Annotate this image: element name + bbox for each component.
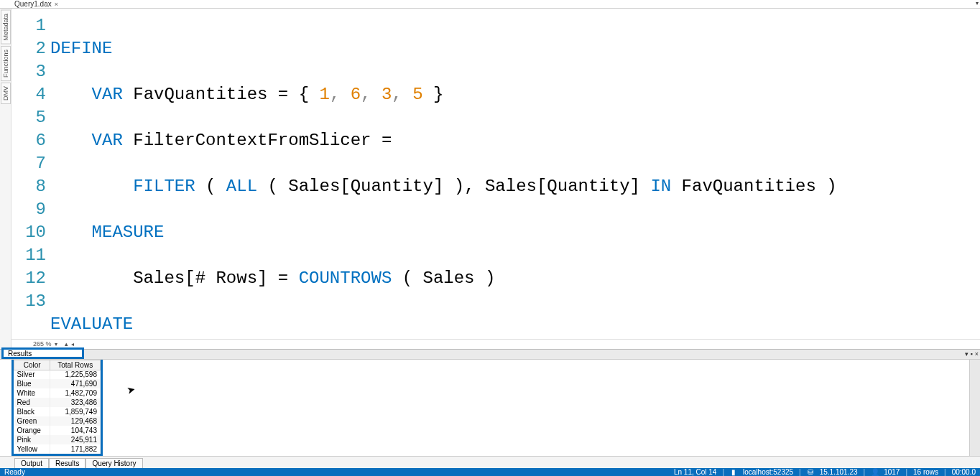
id: FavQuantities bbox=[133, 85, 267, 104]
num: 3 bbox=[382, 85, 392, 104]
fn-filter: FILTER bbox=[133, 177, 195, 196]
results-empty-area: ➤ bbox=[103, 360, 980, 457]
table-row[interactable]: Yellow171,882 bbox=[14, 444, 101, 454]
results-pane: Results ▾ ▪ × Color Total Rows Silver1,2… bbox=[0, 349, 980, 469]
side-tab-dmv[interactable]: DMV bbox=[1, 83, 11, 104]
cell-color: Blue bbox=[14, 379, 50, 388]
pin-icon[interactable]: ▪ bbox=[971, 350, 973, 358]
chevron-down-icon[interactable]: ▾ bbox=[55, 341, 57, 347]
side-tab-functions[interactable]: Functions bbox=[1, 46, 11, 81]
tab-results[interactable]: Results bbox=[49, 458, 85, 468]
cell-color: Orange bbox=[14, 426, 50, 435]
kw-evaluate: EVALUATE bbox=[50, 314, 133, 334]
results-header: Results ▾ ▪ × bbox=[0, 350, 980, 360]
results-title: Results bbox=[1, 347, 84, 359]
editor: 1 2 3 4 5 6 7 8 9 10 11 12 13 DEFINE VAR… bbox=[11, 9, 980, 349]
cell-total-rows: 1,859,749 bbox=[50, 407, 101, 416]
line-number: 3 bbox=[11, 60, 46, 83]
cell-total-rows: 245,911 bbox=[50, 435, 101, 444]
dropdown-icon[interactable]: ▾ bbox=[965, 350, 969, 358]
kw-measure: MEASURE bbox=[92, 223, 165, 242]
id: FilterContextFromSlicer bbox=[133, 131, 371, 150]
user-icon: 👤 bbox=[871, 468, 878, 476]
line-number: 13 bbox=[11, 290, 46, 313]
status-server: localhost:52325 bbox=[743, 468, 793, 476]
table-row[interactable]: White1,482,709 bbox=[14, 388, 101, 398]
main-area: Metadata Functions DMV 1 2 3 4 5 6 7 8 9… bbox=[0, 9, 980, 349]
op: } bbox=[423, 85, 444, 104]
tab-output[interactable]: Output bbox=[14, 458, 49, 468]
cell-total-rows: 129,468 bbox=[50, 416, 101, 426]
cell-color: White bbox=[14, 388, 50, 398]
num: 6 bbox=[351, 85, 361, 104]
num: 5 bbox=[412, 85, 422, 104]
zoom-value[interactable]: 265 % bbox=[33, 340, 52, 347]
cell-color: Silver bbox=[14, 370, 50, 379]
code-editor[interactable]: 1 2 3 4 5 6 7 8 9 10 11 12 13 DEFINE VAR… bbox=[11, 9, 980, 339]
server-icon: ▮ bbox=[730, 468, 737, 476]
code-body[interactable]: DEFINE VAR FavQuantities = { 1, 6, 3, 5 … bbox=[50, 9, 980, 339]
line-number: 4 bbox=[11, 83, 46, 106]
results-grid[interactable]: Color Total Rows Silver1,225,598Blue471,… bbox=[11, 360, 103, 457]
cell-total-rows: 104,743 bbox=[50, 426, 101, 435]
args: ( Sales ) bbox=[392, 269, 495, 288]
table-row[interactable]: Red323,486 bbox=[14, 398, 101, 407]
line-number: 6 bbox=[11, 129, 46, 152]
table-row[interactable]: Silver1,225,598 bbox=[14, 370, 101, 379]
statusbar: Ready Ln 11, Col 14 | ▮ localhost:52325 … bbox=[0, 468, 980, 476]
id: Sales[# Rows] = bbox=[133, 269, 298, 288]
chevron-left-icon[interactable]: ◂ bbox=[71, 341, 74, 347]
side-tabs: Metadata Functions DMV bbox=[0, 9, 11, 349]
op: = bbox=[371, 131, 392, 150]
cell-total-rows: 471,690 bbox=[50, 379, 101, 388]
table-row[interactable]: Blue471,690 bbox=[14, 379, 101, 388]
line-gutter: 1 2 3 4 5 6 7 8 9 10 11 12 13 bbox=[11, 9, 50, 339]
status-rows: 16 rows bbox=[913, 468, 938, 476]
line-number: 5 bbox=[11, 106, 46, 129]
column-header[interactable]: Total Rows bbox=[50, 360, 101, 370]
db-icon: ⛁ bbox=[807, 468, 814, 476]
table-row[interactable]: Pink245,911 bbox=[14, 435, 101, 444]
side-tab-metadata[interactable]: Metadata bbox=[1, 10, 11, 45]
kw-var: VAR bbox=[92, 85, 123, 104]
column-header[interactable]: Color bbox=[14, 360, 50, 370]
fn-countrows: COUNTROWS bbox=[299, 269, 392, 288]
tab-dropdown-icon[interactable]: ▾ bbox=[976, 0, 979, 6]
args: FavQuantities ) bbox=[671, 177, 836, 196]
table-row[interactable]: Green129,468 bbox=[14, 416, 101, 426]
kw-var: VAR bbox=[92, 131, 123, 150]
cell-total-rows: 323,486 bbox=[50, 398, 101, 407]
line-number: 12 bbox=[11, 267, 46, 290]
line-number: 11 bbox=[11, 244, 46, 267]
args: ( Sales[Quantity] ), Sales[Quantity] bbox=[257, 177, 650, 196]
cell-color: Red bbox=[14, 398, 50, 407]
kw-in: IN bbox=[650, 177, 671, 196]
cursor-icon: ➤ bbox=[126, 383, 137, 396]
close-icon[interactable]: × bbox=[55, 1, 58, 8]
cell-color: Green bbox=[14, 416, 50, 426]
table-row[interactable]: Black1,859,749 bbox=[14, 407, 101, 416]
status-ready: Ready bbox=[4, 468, 25, 476]
op: = { bbox=[267, 85, 319, 104]
cell-color: Pink bbox=[14, 435, 50, 444]
line-number: 8 bbox=[11, 175, 46, 198]
cell-color: Black bbox=[14, 407, 50, 416]
status-time: 00:00.0 bbox=[952, 468, 976, 476]
num: 1 bbox=[319, 85, 329, 104]
table-row[interactable]: Orange104,743 bbox=[14, 426, 101, 435]
bottom-tabs: Output Results Query History bbox=[0, 456, 980, 468]
cell-total-rows: 1,482,709 bbox=[50, 388, 101, 398]
kw-define: DEFINE bbox=[50, 39, 112, 58]
tab-query-history[interactable]: Query History bbox=[85, 458, 142, 468]
document-tab[interactable]: Query1.dax × bbox=[11, 0, 61, 8]
status-users: 1017 bbox=[884, 468, 900, 476]
status-version: 15.1.101.23 bbox=[820, 468, 858, 476]
close-icon[interactable]: × bbox=[975, 350, 979, 358]
zoom-bar: 265 % ▾ ▴ ◂ bbox=[11, 339, 980, 349]
cell-total-rows: 1,225,598 bbox=[50, 370, 101, 379]
line-number: 7 bbox=[11, 152, 46, 175]
cell-color: Yellow bbox=[14, 444, 50, 454]
cell-total-rows: 171,882 bbox=[50, 444, 101, 454]
titlebar: Query1.dax × ▾ bbox=[0, 0, 980, 9]
fn-all: ALL bbox=[226, 177, 257, 196]
